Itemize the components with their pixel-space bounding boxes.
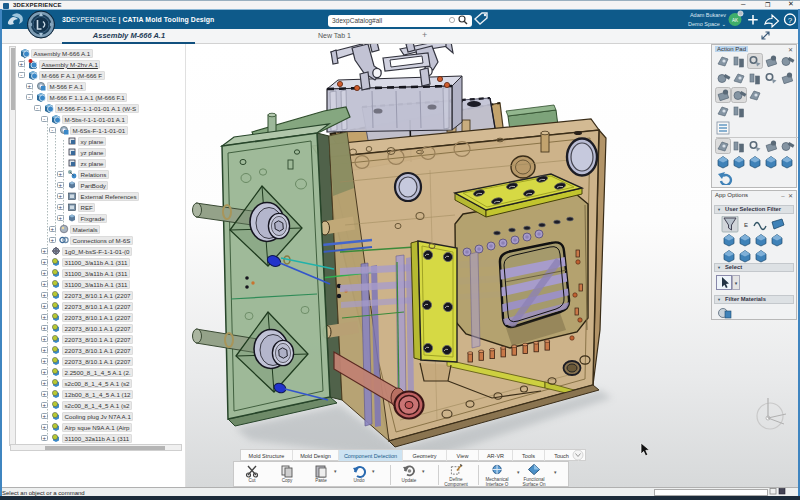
svg-text:AK: AK: [732, 18, 738, 23]
svg-text:?: ?: [788, 16, 793, 25]
